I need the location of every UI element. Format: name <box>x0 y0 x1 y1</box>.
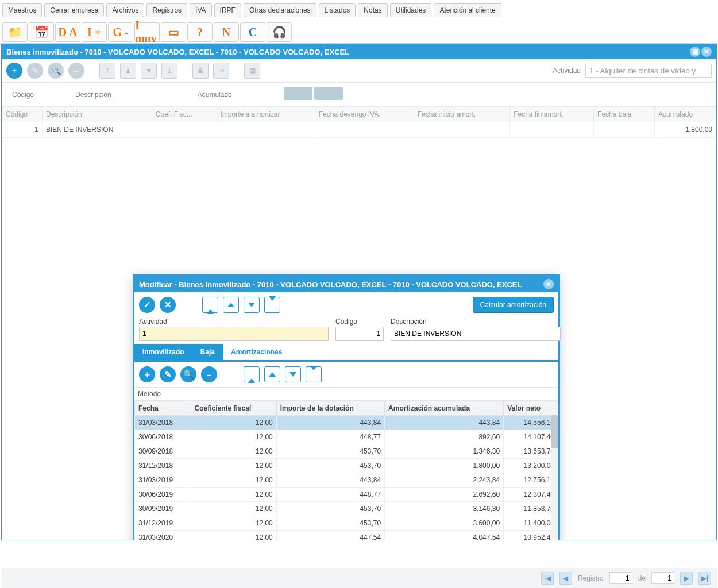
table-row[interactable]: 1 BIEN DE INVERSIÓN 1.800,00 <box>2 122 716 138</box>
tab-inmovilizado[interactable]: Inmovilizado <box>134 344 192 360</box>
amort-prev-icon[interactable] <box>264 366 280 382</box>
window-titlebar: Bienes inmovilizado - 7010 - VOLCADO VOL… <box>2 44 716 59</box>
amcol-0[interactable]: Fecha <box>135 401 191 416</box>
codigo-field[interactable] <box>335 327 384 341</box>
window-toolbar: ＋ ✎ 🔍 – ⤒ ▲ ▼ ⤓ 🖶 ⇥ ▤ Actividad <box>2 59 716 83</box>
amort-search-button[interactable]: 🔍 <box>180 366 196 382</box>
amort-toolbar: ＋ ✎ 🔍 – <box>134 362 558 388</box>
modal-close-icon[interactable]: ✕ <box>543 279 554 289</box>
minimize-icon[interactable]: ▣ <box>690 47 700 57</box>
go-last-icon[interactable] <box>264 297 280 313</box>
search-button[interactable]: 🔍 <box>48 63 64 79</box>
filter-row: Código Descripción Acumulado <box>2 83 716 106</box>
modal-toolbar: ✓ ✕ Calcular amortización <box>134 292 558 318</box>
amort-row[interactable]: 30/09/201812,00453,701.346,3013.653,70 <box>135 444 558 459</box>
col-coef-fisc-[interactable]: Coef. Fisc... <box>152 107 217 122</box>
filter-clear-icon[interactable] <box>314 87 343 100</box>
amort-next-icon[interactable] <box>285 366 301 382</box>
menu-atención-al-cliente[interactable]: Atención al cliente <box>434 3 501 17</box>
amort-row[interactable]: 30/06/201812,00448,77892,6014.107,40 <box>135 430 558 444</box>
layout-icon[interactable]: ▤ <box>244 63 260 79</box>
amort-edit-button[interactable]: ✎ <box>160 366 176 382</box>
amort-add-button[interactable]: ＋ <box>139 366 155 382</box>
export-icon[interactable]: ⇥ <box>213 63 229 79</box>
toolbar-icon-8[interactable]: N <box>214 22 239 42</box>
toolbar-icon-10[interactable]: 🎧 <box>267 22 292 42</box>
menu-archivos[interactable]: Archivos <box>106 3 144 17</box>
actividad-label: Actividad <box>553 67 581 75</box>
toolbar-icon-0[interactable]: 📁 <box>2 22 28 42</box>
first-icon[interactable]: ⤒ <box>99 63 115 79</box>
col-acumulado[interactable]: Acumulado <box>655 107 716 122</box>
amcol-2[interactable]: Importe de la dotación <box>276 401 384 416</box>
next-icon[interactable]: ▼ <box>141 63 157 79</box>
col-fecha-baja[interactable]: Fecha baja <box>594 107 655 122</box>
toolbar-icon-7[interactable]: ? <box>187 22 213 42</box>
scrollbar-thumb[interactable] <box>551 415 558 448</box>
tab-baja[interactable]: Baja <box>192 344 223 360</box>
calculate-button[interactable]: Calcular amortización <box>473 297 554 313</box>
go-first-icon[interactable] <box>202 297 218 313</box>
amcol-4[interactable]: Valor neto <box>504 401 558 416</box>
amort-row[interactable]: 31/03/201812,00443,84443,8414.556,16 <box>135 416 558 430</box>
actividad-select[interactable] <box>585 64 712 78</box>
col-c-digo[interactable]: Código <box>2 107 43 122</box>
amort-row[interactable]: 31/03/202012,00447,544.047,5410.952,46 <box>135 531 558 541</box>
amort-row[interactable]: 31/12/201812,00453,701.800,0013.200,00 <box>135 459 558 473</box>
col-descripci-n[interactable]: Descripción <box>43 107 152 122</box>
menu-notas[interactable]: Notas <box>358 3 387 17</box>
col-fecha-inicio-amort-[interactable]: Fecha inicio amort. <box>414 107 509 122</box>
col-importe-a-amortizar[interactable]: Importe a amortizar <box>217 107 315 122</box>
amort-last-icon[interactable] <box>306 366 322 382</box>
main-menu: MaestrosCerrar empresaArchivosRegistrosI… <box>0 0 718 21</box>
amcol-1[interactable]: Coeficiente fiscal <box>191 401 276 416</box>
col-fecha-devengo-iva[interactable]: Fecha devengo IVA <box>315 107 414 122</box>
grid-header: CódigoDescripciónCoef. Fisc...Importe a … <box>2 107 716 122</box>
cell-descripcion: BIEN DE INVERSIÓN <box>43 122 152 138</box>
amort-delete-button[interactable]: – <box>201 366 217 382</box>
go-prev-icon[interactable] <box>223 297 239 313</box>
menu-listados[interactable]: Listados <box>319 3 356 17</box>
close-icon[interactable]: ✕ <box>701 47 712 57</box>
toolbar-icon-5[interactable]: I nmv <box>134 22 160 42</box>
menu-iva[interactable]: IVA <box>190 3 211 17</box>
prev-icon[interactable]: ▲ <box>120 63 136 79</box>
print-icon[interactable]: 🖶 <box>192 63 209 79</box>
actividad-field[interactable] <box>139 327 329 341</box>
edit-button[interactable]: ✎ <box>27 63 43 79</box>
amort-first-icon[interactable] <box>244 366 260 382</box>
toolbar-icon-9[interactable]: C <box>240 22 265 42</box>
amort-row[interactable]: 31/12/201912,00453,703.600,0011.400,00 <box>135 516 558 531</box>
menu-otras-declaraciones[interactable]: Otras declaraciones <box>244 3 316 17</box>
delete-button[interactable]: – <box>68 63 84 79</box>
toolbar-icon-2[interactable]: D A <box>55 22 80 42</box>
cell-acumulado: 1.800,00 <box>655 122 716 138</box>
col-fecha-fin-amort-[interactable]: Fecha fin amort. <box>510 107 594 122</box>
menu-maestros[interactable]: Maestros <box>2 3 42 17</box>
toolbar-icon-4[interactable]: G - <box>108 22 133 42</box>
main-window: Bienes inmovilizado - 7010 - VOLCADO VOL… <box>1 44 717 540</box>
scrollbar[interactable]: ▼ <box>551 415 558 540</box>
filter-apply-icon[interactable] <box>284 87 312 100</box>
cell-codigo: 1 <box>2 122 43 138</box>
menu-irpf[interactable]: IRPF <box>214 3 241 17</box>
add-button[interactable]: ＋ <box>6 63 22 79</box>
modal-fields: Actividad Código Descripción <box>134 318 558 344</box>
tab-amortizaciones[interactable]: Amortizaciones <box>223 344 290 360</box>
amort-row[interactable]: 30/09/201912,00453,703.146,3011.853,70 <box>135 502 558 516</box>
last-icon[interactable]: ⤓ <box>161 63 177 79</box>
amort-row[interactable]: 31/03/201912,00443,842.243,8412.756,16 <box>135 473 558 488</box>
toolbar-icon-6[interactable]: ▭ <box>161 22 186 42</box>
menu-registros[interactable]: Registros <box>146 3 187 17</box>
toolbar-icon-3[interactable]: I + <box>82 22 107 42</box>
toolbar-icon-1[interactable]: 📅 <box>29 22 54 42</box>
amcol-3[interactable]: Amortización acumulada <box>385 401 504 416</box>
main-grid: CódigoDescripciónCoef. Fisc...Importe a … <box>2 106 716 138</box>
go-next-icon[interactable] <box>244 297 260 313</box>
menu-cerrar-empresa[interactable]: Cerrar empresa <box>44 3 104 17</box>
descripcion-field[interactable] <box>391 327 561 341</box>
menu-utilidades[interactable]: Utilidades <box>390 3 432 17</box>
amort-row[interactable]: 30/06/201912,00448,772.692,6012.307,40 <box>135 488 558 502</box>
confirm-button[interactable]: ✓ <box>139 297 155 313</box>
cancel-button[interactable]: ✕ <box>160 297 176 313</box>
